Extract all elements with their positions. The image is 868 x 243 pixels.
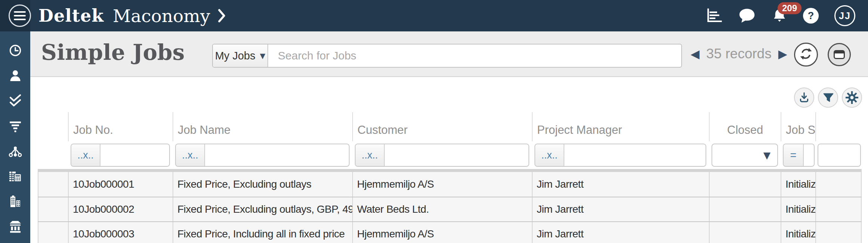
- filter-job-name-input[interactable]: [205, 144, 349, 166]
- filter-filler: [815, 144, 862, 167]
- notification-count-badge: 209: [778, 2, 802, 14]
- double-check-icon[interactable]: [8, 93, 23, 108]
- page-title: Simple Jobs: [41, 40, 185, 65]
- filter-operator-button[interactable]: ..x..: [535, 144, 564, 166]
- cell-filler: [815, 172, 862, 197]
- table-row[interactable]: 10Job000002 Fixed Price, Excluding outla…: [38, 197, 862, 221]
- records-count-label: 35 records: [706, 46, 772, 62]
- scope-selector-label: My Jobs: [215, 50, 255, 62]
- table-actions: [794, 87, 862, 108]
- cell-closed[interactable]: [709, 222, 781, 243]
- cell-job-name[interactable]: Fixed Price, Excluding outlays: [173, 172, 352, 197]
- window-icon: [834, 50, 845, 59]
- column-header-gutter: [38, 112, 68, 141]
- cell-customer[interactable]: Hjemmemiljo A/S: [352, 172, 532, 197]
- column-header-job-status[interactable]: Job Status: [781, 112, 815, 141]
- chevron-down-icon: ▼: [260, 52, 266, 60]
- sidebar-nav: [0, 31, 30, 243]
- page-header: Simple Jobs My Jobs ▼ ◀ 35 records ▶: [30, 31, 868, 77]
- filter-operator-button[interactable]: ..x..: [71, 144, 100, 166]
- spreadsheet-calculator-icon[interactable]: [8, 169, 23, 184]
- hierarchy-icon[interactable]: [8, 144, 23, 159]
- filter-closed-dropdown[interactable]: ▼: [712, 144, 778, 167]
- bank-icon[interactable]: [8, 219, 23, 234]
- search-input[interactable]: [268, 44, 681, 67]
- content-area: Job No. Job Name Customer Project Manage…: [30, 77, 868, 243]
- filter-job-status-input[interactable]: [804, 144, 814, 166]
- cell-customer[interactable]: Water Beds Ltd.: [352, 197, 532, 221]
- analytics-chart-icon[interactable]: [705, 8, 722, 24]
- filter-equals-button[interactable]: =: [784, 144, 804, 166]
- column-header-customer[interactable]: Customer: [352, 112, 532, 141]
- filter-project-manager-input[interactable]: [564, 144, 706, 166]
- brand-logo[interactable]: Deltek Maconomy: [38, 0, 226, 31]
- cell-project-manager[interactable]: Jim Jarrett: [532, 172, 709, 197]
- cell-closed[interactable]: [709, 172, 781, 197]
- column-header-closed[interactable]: Closed: [709, 112, 781, 141]
- filter-divider: [38, 169, 862, 172]
- filter-operator-button[interactable]: ..x..: [356, 144, 385, 166]
- hamburger-menu-icon[interactable]: [9, 4, 31, 27]
- clock-icon[interactable]: [8, 43, 23, 58]
- cell-filler: [815, 197, 862, 221]
- next-records-icon[interactable]: ▶: [778, 47, 787, 61]
- help-icon[interactable]: ?: [803, 8, 819, 24]
- filter-closed: ▼: [709, 144, 781, 167]
- cell-job-no[interactable]: 10Job000001: [68, 172, 173, 197]
- cell-gutter: [38, 172, 68, 197]
- records-pager: ◀ 35 records ▶: [691, 31, 787, 76]
- filter-operator-button[interactable]: ..x..: [176, 144, 205, 166]
- filter-job-no-input[interactable]: [100, 144, 169, 166]
- cell-job-no[interactable]: 10Job000002: [68, 197, 173, 221]
- table-row[interactable]: 10Job000003 Fixed Price, Including all i…: [38, 221, 862, 243]
- search-group: My Jobs ▼: [212, 44, 682, 68]
- cell-closed[interactable]: [709, 197, 781, 221]
- chat-icon[interactable]: [738, 7, 756, 24]
- filter-job-name: ..x..: [173, 144, 352, 167]
- cell-project-manager[interactable]: Jim Jarrett: [532, 197, 709, 221]
- cell-job-name[interactable]: Fixed Price, Including all in fixed pric…: [173, 222, 352, 243]
- jobs-table: Job No. Job Name Customer Project Manage…: [38, 112, 862, 243]
- cell-job-name[interactable]: Fixed Price, Excluding outlays, GBP, 49…: [173, 197, 352, 221]
- filter-job-status: =: [781, 144, 815, 167]
- cell-job-status[interactable]: Initialized: [781, 172, 815, 197]
- filter-customer: ..x..: [352, 144, 532, 167]
- brand-deltek: Deltek: [38, 6, 104, 26]
- workspace-window-button[interactable]: [828, 43, 851, 66]
- cell-job-no[interactable]: 10Job000003: [68, 222, 173, 243]
- table-header-row: Job No. Job Name Customer Project Manage…: [38, 112, 862, 141]
- cell-project-manager[interactable]: Jim Jarrett: [532, 222, 709, 243]
- refresh-button[interactable]: [794, 43, 818, 67]
- cell-customer[interactable]: Hjemmemiljo A/S: [352, 222, 532, 243]
- table-row[interactable]: 10Job000001 Fixed Price, Excluding outla…: [38, 172, 862, 197]
- column-header-filler: [815, 112, 862, 141]
- user-avatar[interactable]: JJ: [834, 5, 855, 26]
- cell-gutter: [38, 197, 68, 221]
- column-header-job-name[interactable]: Job Name: [173, 112, 352, 141]
- column-header-job-no[interactable]: Job No.: [68, 112, 173, 141]
- cell-job-status[interactable]: Initialized: [781, 222, 815, 243]
- chevron-down-icon: ▼: [763, 150, 771, 161]
- column-header-project-manager[interactable]: Project Manager: [532, 112, 709, 141]
- buildings-icon[interactable]: [8, 194, 23, 209]
- filter-button[interactable]: [818, 87, 838, 108]
- cell-job-status[interactable]: Initialized: [781, 197, 815, 221]
- previous-records-icon[interactable]: ◀: [691, 47, 700, 61]
- settings-gear-button[interactable]: [842, 87, 862, 108]
- funnel-levels-icon[interactable]: [8, 119, 23, 133]
- person-icon[interactable]: [8, 68, 23, 83]
- notifications-bell-icon[interactable]: 209: [772, 7, 787, 24]
- brand-maconomy: Maconomy: [113, 6, 210, 26]
- table-filter-row: ..x.. ..x.. ..x.. ..x..: [38, 141, 862, 169]
- cell-gutter: [38, 222, 68, 243]
- filter-project-manager: ..x..: [532, 144, 709, 167]
- filter-filler-input[interactable]: [818, 144, 860, 166]
- filter-customer-input[interactable]: [385, 144, 528, 166]
- scope-selector-dropdown[interactable]: My Jobs ▼: [213, 44, 268, 67]
- filter-job-no: ..x..: [68, 144, 173, 167]
- export-download-button[interactable]: [794, 87, 814, 108]
- refresh-icon: [799, 47, 813, 62]
- brand-chevron-icon: [218, 9, 226, 22]
- topbar-actions: 209 ? JJ: [705, 0, 868, 31]
- cell-filler: [815, 222, 862, 243]
